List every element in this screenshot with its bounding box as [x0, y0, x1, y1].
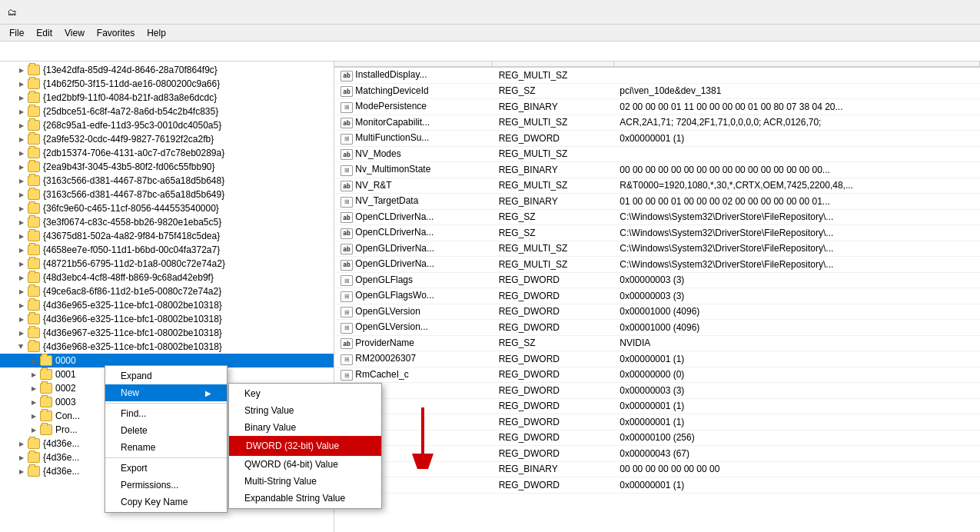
tree-item-t14[interactable]: ▶{4658ee7e-f050-11d1-b6bd-00c04fa372a7} [0, 243, 334, 257]
values-table[interactable]: ab InstalledDisplay...REG_MULTI_SZab Mat… [334, 62, 980, 532]
submenu-item-label: QWORD (64-bit) Value [244, 459, 338, 470]
tree-item-t4[interactable]: ▶{25dbce51-6c8f-4a72-8a6d-b54c2b4fc835} [0, 105, 334, 118]
context-menu-item-find[interactable]: Find... [105, 405, 227, 422]
submenu-item-expandable[interactable]: Expandable String Value [229, 490, 381, 507]
tree-item-t21[interactable]: ▶{4d36e968-e325-11ce-bfc1-08002be10318} [0, 340, 334, 354]
menu-file[interactable]: File [3, 26, 30, 40]
tree-arrow-icon: ▶ [15, 216, 28, 228]
table-row[interactable]: ⊞ REG_DWORD0x00000001 (1) [334, 398, 980, 414]
folder-icon [28, 244, 40, 255]
reg-type-cell: REG_DWORD [493, 383, 614, 399]
tree-item-t19[interactable]: ▶{4d36e966-e325-11ce-bfc1-08002be10318} [0, 312, 334, 326]
submenu-arrow-icon: ▶ [205, 389, 211, 397]
menu-view[interactable]: View [58, 26, 91, 40]
submenu-item-key[interactable]: Key [229, 385, 381, 402]
tree-item-t16[interactable]: ▶{48d3ebc4-4cf8-48ff-b869-9c68ad42eb9f} [0, 271, 334, 284]
table-row[interactable]: ⊞ OpenGLFlagsWo...REG_DWORD0x00000003 (3… [334, 288, 980, 304]
submenu-item-binary[interactable]: Binary Value [229, 419, 381, 436]
table-row[interactable]: ab MonitorCapabilit...REG_MULTI_SZACR,2A… [334, 115, 980, 131]
context-menu-item-copykey[interactable]: Copy Key Name [105, 494, 227, 510]
table-row[interactable]: ab NV_R&TREG_MULTI_SZR&T0000=1920,1080,*… [334, 178, 980, 194]
tree-item-t5[interactable]: ▶{268c95a1-edfe-11d3-95c3-0010dc4050a5} [0, 118, 334, 132]
table-row[interactable]: ⊞ REG_BINARY00 00 00 00 00 00 00 00 [334, 461, 980, 477]
table-row[interactable]: ab OpenGLDriverNa...REG_MULTI_SZC:\Windo… [334, 257, 980, 273]
table-row[interactable]: ⊞ OpenGLFlagsREG_DWORD0x00000003 (3) [334, 272, 980, 288]
table-row[interactable]: ⊞ REG_DWORD0x00000043 (67) [334, 446, 980, 462]
table-row[interactable]: ⊞ REG_DWORD0x00000003 (3) [334, 383, 980, 399]
table-row[interactable]: ab OpenGLDriverNa...REG_MULTI_SZC:\Windo… [334, 241, 980, 257]
tree-arrow-icon: ▶ [15, 161, 28, 173]
reg-ab-icon: ab [341, 86, 353, 97]
submenu-item-label: Expandable String Value [244, 493, 345, 504]
submenu-item-dword[interactable]: DWORD (32-bit) Value [229, 436, 381, 456]
tree-label: {3e3f0674-c83c-4558-bb26-9820e1eba5c5} [43, 217, 221, 228]
context-menu-item-permissions[interactable]: Permissions... [105, 477, 227, 494]
menu-help[interactable]: Help [141, 26, 172, 40]
tree-item-t9[interactable]: ▶{3163c566-d381-4467-87bc-a65a18d5b648} [0, 174, 334, 188]
table-row[interactable]: ⊞ OpenGLVersionREG_DWORD0x00001000 (4096… [334, 304, 980, 320]
table-row[interactable]: ab OpenCLDriverNa...REG_SZC:\Windows\Sys… [334, 225, 980, 241]
table-row[interactable]: ⊞ REG_DWORD0x00000001 (1) [334, 414, 980, 431]
table-row[interactable]: ⊞ ModePersistenceREG_BINARY02 00 00 00 0… [334, 99, 980, 115]
tree-item-t13[interactable]: ▶{43675d81-502a-4a82-9f84-b75f418c5dea} [0, 229, 334, 243]
tree-item-t6[interactable]: ▶{2a9fe532-0cdc-44f9-9827-76192f2ca2fb} [0, 132, 334, 146]
context-menu-item-expand[interactable]: Expand [105, 367, 227, 384]
table-row[interactable]: ⊞ REG_DWORD0x00000001 (1) [334, 477, 980, 494]
tree-item-t8[interactable]: ▶{2ea9b43f-3045-43b5-80f2-fd06c55fbb90} [0, 160, 334, 174]
reg-type-cell: REG_DWORD [493, 430, 614, 446]
context-menu-item-label: Permissions... [121, 480, 178, 490]
maximize-button[interactable] [902, 0, 937, 25]
folder-icon [28, 314, 40, 324]
table-row[interactable]: ab ProviderNameREG_SZNVIDIA [334, 335, 980, 351]
table-row[interactable]: ab OpenCLDriverNa...REG_SZC:\Windows\Sys… [334, 209, 980, 225]
tree-label: {268c95a1-edfe-11d3-95c3-0010dc4050a5} [43, 120, 221, 131]
reg-type-cell: REG_DWORD [493, 351, 614, 367]
reg-ab-icon: ab [341, 338, 353, 349]
submenu-item-string[interactable]: String Value [229, 402, 381, 419]
tree-label: {3163c566-d381-4467-87bc-a65a18d5b649} [43, 189, 224, 200]
folder-icon [28, 286, 40, 297]
col-data [613, 62, 979, 67]
table-row[interactable]: ab NV_ModesREG_MULTI_SZ [334, 146, 980, 162]
minimize-button[interactable] [865, 0, 900, 25]
context-menu-item-label: Export [121, 463, 148, 474]
folder-icon [28, 217, 40, 228]
tree-item-t2[interactable]: ▶{14b62f50-3f15-11dd-ae16-0800200c9a66} [0, 77, 334, 91]
table-row[interactable]: ⊞ REG_DWORD0x00000100 (256) [334, 430, 980, 446]
table-row[interactable]: ⊞ MultiFunctionSu...REG_DWORD0x00000001 … [334, 131, 980, 147]
tree-item-t18[interactable]: ▶{4d36e965-e325-11ce-bfc1-08002be10318} [0, 298, 334, 312]
tree-item-t7[interactable]: ▶{2db15374-706e-4131-a0c7-d7c78eb0289a} [0, 146, 334, 160]
reg-dword-icon: ⊞ [341, 165, 353, 176]
tree-label: 0002 [55, 383, 76, 394]
context-menu-item-rename[interactable]: Rename [105, 439, 227, 456]
tree-item-t12[interactable]: ▶{3e3f0674-c83c-4558-bb26-9820e1eba5c5} [0, 215, 334, 229]
tree-item-t10[interactable]: ▶{3163c566-d381-4467-87bc-a65a18d5b649} [0, 188, 334, 201]
submenu-item-multistring[interactable]: Multi-String Value [229, 473, 381, 490]
table-row[interactable]: ab InstalledDisplay...REG_MULTI_SZ [334, 67, 980, 83]
tree-item-t20[interactable]: ▶{4d36e967-e325-11ce-bfc1-08002be10318} [0, 326, 334, 340]
table-row[interactable]: ⊞ Nv_MultimonStateREG_BINARY00 00 00 00 … [334, 162, 980, 178]
reg-data-cell: pci\ven_10de&dev_1381 [613, 83, 979, 99]
table-row[interactable]: ⊞ RM200026307REG_DWORD0x00000001 (1) [334, 351, 980, 367]
reg-data-cell: 00 00 00 00 00 00 00 00 00 00 00 00 00 0… [613, 162, 979, 178]
table-row[interactable]: ⊞ RmCacheI_cREG_DWORD0x00000000 (0) [334, 367, 980, 383]
context-menu-item-new[interactable]: New▶ [105, 384, 227, 401]
close-button[interactable] [938, 0, 974, 25]
tree-item-t17[interactable]: ▶{49ce6ac8-6f86-11d2-b1e5-0080c72e74a2} [0, 284, 334, 298]
tree-arrow-icon: ▶ [15, 271, 28, 284]
tree-item-t11[interactable]: ▶{36fc9e60-c465-11cf-8056-444553540000} [0, 201, 334, 215]
tree-item-t1[interactable]: ▶{13e42dfa-85d9-424d-8646-28a70f864f9c} [0, 63, 334, 77]
folder-icon [28, 189, 40, 200]
table-row[interactable]: ab MatchingDeviceIdREG_SZpci\ven_10de&de… [334, 83, 980, 99]
table-row[interactable]: ⊞ NV_TargetDataREG_BINARY01 00 00 00 01 … [334, 194, 980, 210]
table-row[interactable]: ⊞ OpenGLVersion...REG_DWORD0x00001000 (4… [334, 320, 980, 336]
context-menu-item-delete[interactable]: Delete [105, 422, 227, 439]
tree-item-t15[interactable]: ▶{48721b56-6795-11d2-b1a8-0080c72e74a2} [0, 257, 334, 271]
reg-type-cell: REG_MULTI_SZ [493, 241, 614, 257]
tree-arrow-icon: ▶ [15, 78, 28, 90]
context-menu-item-export[interactable]: Export [105, 460, 227, 477]
tree-item-t3[interactable]: ▶{1ed2bbf9-11f0-4084-b21f-ad83a8e6dcdc} [0, 91, 334, 105]
menu-favorites[interactable]: Favorites [91, 26, 141, 40]
menu-edit[interactable]: Edit [30, 26, 58, 40]
submenu-item-qword[interactable]: QWORD (64-bit) Value [229, 456, 381, 473]
